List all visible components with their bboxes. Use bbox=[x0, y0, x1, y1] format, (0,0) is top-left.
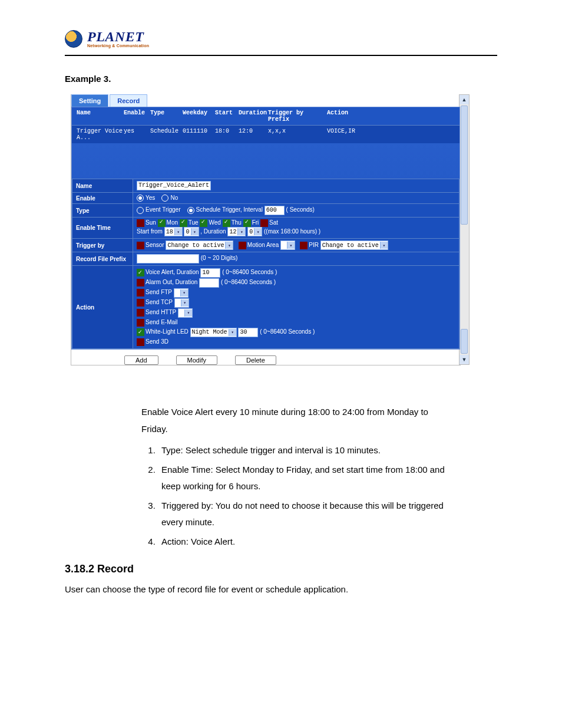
scroll-thumb[interactable] bbox=[461, 106, 468, 225]
interval-input[interactable]: 600 bbox=[265, 206, 285, 215]
chk-sensor[interactable] bbox=[137, 242, 144, 249]
chevron-down-icon bbox=[180, 289, 188, 297]
button-row: Add Modify Delete bbox=[124, 355, 460, 365]
radio-yes-label: Yes bbox=[146, 195, 155, 201]
duration-min-select[interactable]: 0 bbox=[247, 227, 262, 236]
col-type: Type bbox=[150, 110, 183, 123]
page-header: PLANET Networking & Communication bbox=[65, 29, 497, 56]
modify-button[interactable]: Modify bbox=[176, 355, 217, 365]
prefix-input[interactable] bbox=[137, 254, 199, 263]
tcp-select[interactable] bbox=[174, 298, 189, 308]
chk-thu[interactable] bbox=[223, 219, 230, 227]
chk-wed[interactable] bbox=[200, 219, 207, 227]
col-trigger: Trigger by Prefix bbox=[268, 110, 327, 123]
brand-tagline: Networking & Communication bbox=[87, 44, 149, 48]
chevron-down-icon bbox=[254, 228, 262, 235]
row-weekday: 0111110 bbox=[183, 128, 215, 141]
start-from-label: Start from bbox=[137, 228, 163, 235]
chk-fri[interactable] bbox=[243, 219, 251, 227]
chevron-down-icon bbox=[191, 228, 199, 235]
description-intro: Enable Voice Alert every 10 minute durin… bbox=[141, 407, 428, 434]
table-row[interactable]: Trigger Voice A... yes Schedule 0111110 … bbox=[72, 126, 459, 143]
start-hour-select[interactable]: 18 bbox=[164, 227, 183, 236]
add-button[interactable]: Add bbox=[124, 355, 158, 365]
tab-record[interactable]: Record bbox=[110, 94, 147, 107]
form-table: Name Trigger_Voice_Aalert Enable Yes No … bbox=[72, 179, 459, 349]
chk-tue[interactable] bbox=[180, 219, 187, 227]
row-action: VOICE,IR bbox=[327, 128, 374, 141]
chevron-down-icon bbox=[380, 242, 388, 249]
tabs: Setting Record bbox=[71, 94, 460, 107]
chk-sun[interactable] bbox=[137, 219, 144, 227]
chevron-down-icon bbox=[181, 299, 189, 307]
radio-schedule-trigger[interactable] bbox=[187, 207, 194, 214]
chk-mon[interactable] bbox=[158, 219, 166, 227]
wl-mode-select[interactable]: Night Mode bbox=[190, 328, 237, 337]
ftp-select[interactable] bbox=[174, 288, 189, 298]
chk-send-3d[interactable] bbox=[137, 338, 144, 346]
row-trigger: x,x,x bbox=[268, 128, 327, 141]
row-enable: yes bbox=[124, 128, 150, 141]
delete-button[interactable]: Delete bbox=[235, 355, 276, 365]
scroll-up-icon[interactable]: ▲ bbox=[459, 95, 469, 104]
duration-label: , Duration bbox=[200, 228, 226, 235]
sensor-select[interactable]: Change to active bbox=[166, 241, 233, 250]
wl-duration-input[interactable]: 30 bbox=[238, 328, 258, 337]
logo-globe-icon bbox=[65, 30, 82, 48]
chk-voice-alert[interactable] bbox=[137, 269, 144, 276]
chevron-down-icon bbox=[225, 242, 233, 249]
chevron-down-icon bbox=[229, 329, 236, 336]
label-name: Name bbox=[72, 179, 133, 193]
col-start: Start bbox=[215, 110, 239, 123]
name-input[interactable]: Trigger_Voice_Aalert bbox=[137, 181, 211, 190]
label-enable: Enable bbox=[72, 193, 133, 204]
start-min-select[interactable]: 0 bbox=[184, 227, 199, 236]
chevron-down-icon bbox=[184, 309, 192, 317]
radio-no-label: No bbox=[170, 195, 178, 201]
radio-no[interactable] bbox=[161, 195, 168, 202]
seconds-label: ( Seconds) bbox=[286, 206, 315, 213]
motion-select[interactable] bbox=[280, 241, 295, 250]
chevron-down-icon bbox=[237, 228, 245, 235]
section-text: User can choose the type of record file … bbox=[65, 581, 497, 598]
chevron-down-icon bbox=[174, 228, 182, 235]
max-hours-label: ((max 168:00 hours) ) bbox=[264, 228, 320, 235]
row-type: Schedule bbox=[150, 128, 183, 141]
section-heading: 3.18.2 Record bbox=[65, 563, 497, 575]
tab-setting[interactable]: Setting bbox=[71, 94, 108, 107]
voice-duration-input[interactable]: 10 bbox=[200, 268, 220, 278]
chk-alarm-out[interactable] bbox=[137, 279, 144, 286]
radio-yes[interactable] bbox=[137, 195, 144, 202]
scroll-down-icon[interactable]: ▼ bbox=[459, 355, 469, 364]
row-start: 18:0 bbox=[215, 128, 239, 141]
brand-name: PLANET bbox=[87, 29, 149, 44]
chk-send-email[interactable] bbox=[137, 319, 144, 327]
chk-pir[interactable] bbox=[300, 242, 308, 249]
col-enable: Enable bbox=[124, 110, 150, 123]
http-select[interactable] bbox=[178, 308, 193, 318]
label-prefix: Record File Prefix bbox=[72, 252, 133, 266]
scroll-thumb-lower[interactable] bbox=[461, 329, 468, 354]
col-duration: Duration bbox=[239, 110, 268, 123]
list-header: Name Enable Type Weekday Start Duration … bbox=[72, 107, 459, 126]
step-3: Triggered by: You do not need to choose … bbox=[158, 498, 448, 531]
step-4: Action: Voice Alert. bbox=[158, 533, 448, 551]
chk-sat[interactable] bbox=[260, 219, 268, 227]
pir-select[interactable]: Change to active bbox=[320, 241, 388, 250]
step-1: Type: Select schedule trigger and interv… bbox=[158, 442, 448, 459]
duration-hour-select[interactable]: 12 bbox=[227, 227, 246, 236]
row-name: Trigger Voice A... bbox=[77, 128, 124, 141]
prefix-note: (0 ~ 20 Digits) bbox=[201, 255, 238, 261]
chk-send-tcp[interactable] bbox=[137, 299, 144, 307]
chk-send-ftp[interactable] bbox=[137, 289, 144, 297]
alarm-duration-input[interactable] bbox=[199, 278, 219, 288]
description-block: Enable Voice Alert every 10 minute durin… bbox=[141, 404, 448, 550]
row-duration: 12:0 bbox=[239, 128, 268, 141]
config-screenshot: ▲ ▼ Setting Record Name Enable Type Week… bbox=[71, 94, 461, 365]
chk-white-led[interactable] bbox=[137, 328, 144, 336]
chk-motion[interactable] bbox=[239, 242, 246, 249]
radio-event-trigger[interactable] bbox=[137, 207, 144, 214]
col-weekday: Weekday bbox=[183, 110, 215, 123]
chk-send-http[interactable] bbox=[137, 309, 144, 317]
scrollbar-vertical[interactable]: ▲ ▼ bbox=[459, 94, 470, 365]
